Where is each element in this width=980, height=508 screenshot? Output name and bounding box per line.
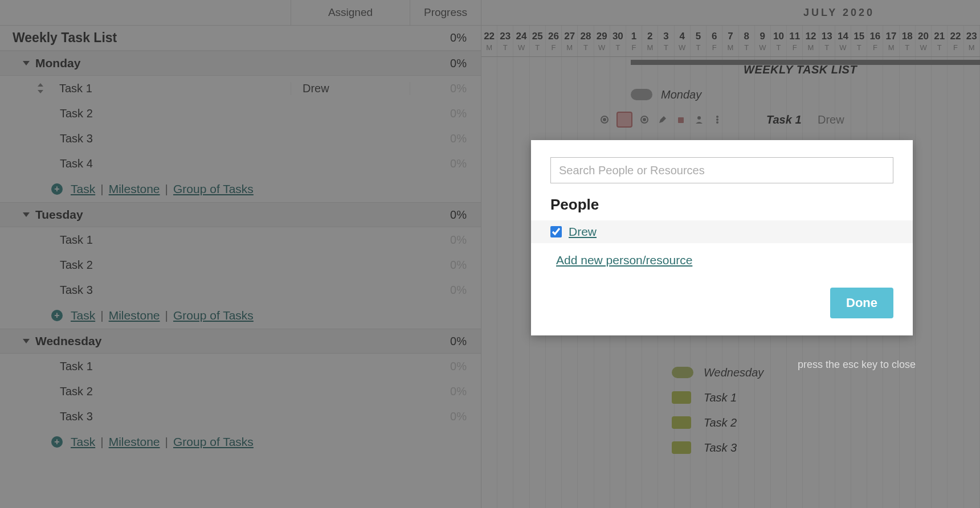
esc-hint: press the esc key to close: [798, 359, 916, 371]
person-link[interactable]: Drew: [569, 225, 597, 239]
people-heading: People: [550, 196, 893, 214]
assign-people-modal: People Drew Add new person/resource Done: [531, 140, 913, 335]
person-checkbox[interactable]: [550, 226, 562, 237]
done-button[interactable]: Done: [830, 288, 893, 318]
search-people-input[interactable]: [550, 157, 893, 183]
add-person-link[interactable]: Add new person/resource: [556, 253, 893, 267]
person-row[interactable]: Drew: [531, 220, 913, 243]
